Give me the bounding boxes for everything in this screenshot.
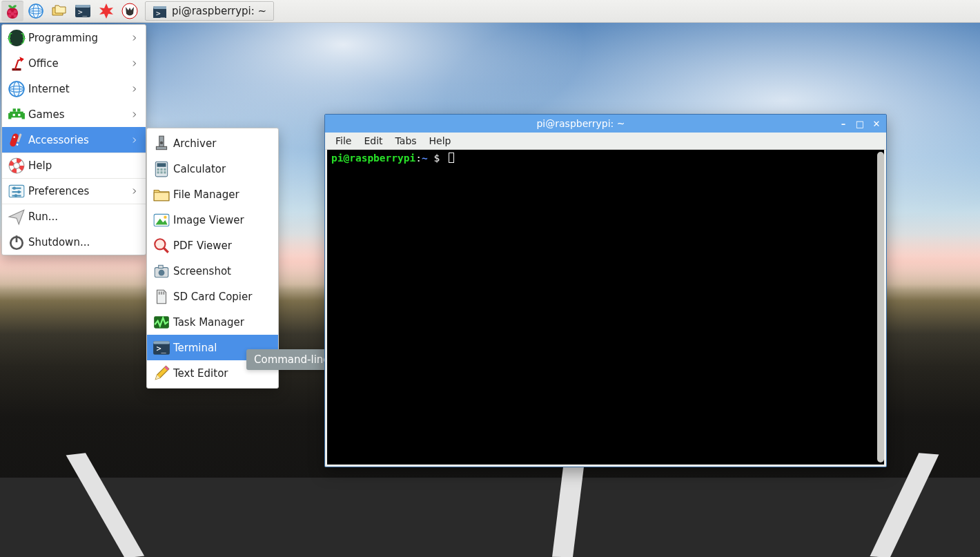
applications-menu[interactable]: ProgrammingOfficeInternetGamesAccessorie… — [1, 24, 146, 255]
menu-item-label: Programming — [28, 32, 98, 44]
launcher-file-manager[interactable] — [48, 1, 70, 21]
swiss-knife-icon — [5, 131, 28, 149]
menu-item-run[interactable]: Run... — [2, 204, 146, 229]
maximize-button[interactable]: □ — [854, 118, 865, 129]
menu-item-help[interactable]: Help — [2, 153, 146, 178]
terminal-menu-file[interactable]: File — [329, 133, 357, 148]
globe-icon — [5, 80, 28, 98]
clamp-icon — [150, 135, 173, 153]
terminal-window[interactable]: pi@raspberrypi: ~ – □ ✕ FileEditTabsHelp… — [324, 114, 887, 467]
taskbar-window-label: pi@raspberrypi: ~ — [172, 5, 266, 17]
chevron-right-icon — [130, 135, 139, 145]
terminal-menu-edit[interactable]: Edit — [357, 133, 389, 148]
menu-item-label: Run... — [28, 211, 58, 223]
start-menu-button[interactable] — [1, 1, 23, 21]
launcher-mathematica[interactable] — [95, 1, 117, 21]
menu-item-games[interactable]: Games — [2, 101, 146, 127]
prompt-end: $ — [428, 153, 446, 164]
submenu-item-image-viewer[interactable]: Image Viewer — [147, 207, 278, 233]
camera-icon — [150, 262, 173, 280]
prompt-user-host: pi@raspberrypi — [331, 153, 415, 164]
chevron-right-icon — [130, 59, 139, 68]
minimize-button[interactable]: – — [838, 118, 849, 129]
chevron-right-icon — [130, 186, 139, 196]
gamepad-icon — [5, 106, 28, 124]
preferences-icon — [5, 182, 28, 200]
submenu-item-sd-card-copier[interactable]: SD Card Copier — [147, 284, 278, 309]
terminal-title: pi@raspberrypi: ~ — [329, 118, 832, 129]
terminal-icon — [150, 339, 173, 357]
chevron-right-icon — [130, 84, 139, 94]
submenu-item-label: Archiver — [173, 137, 216, 150]
submenu-item-archiver[interactable]: Archiver — [147, 130, 278, 156]
paper-plane-icon — [5, 208, 28, 226]
desk-lamp-icon — [5, 55, 28, 72]
menu-item-shutdown[interactable]: Shutdown... — [2, 229, 146, 255]
terminal-titlebar[interactable]: pi@raspberrypi: ~ – □ ✕ — [325, 115, 886, 133]
menu-item-office[interactable]: Office — [2, 50, 146, 76]
chevron-right-icon — [130, 110, 139, 119]
launcher-terminal[interactable] — [72, 1, 94, 21]
lifebuoy-icon — [5, 157, 28, 175]
launcher-web-browser[interactable] — [25, 1, 47, 21]
chevron-right-icon — [130, 33, 139, 43]
launcher-wolfram[interactable] — [119, 1, 141, 21]
image-icon — [150, 211, 173, 229]
menu-item-accessories[interactable]: Accessories — [2, 127, 146, 153]
menu-item-label: Accessories — [28, 134, 89, 146]
prompt-path: ~ — [422, 153, 428, 164]
code-braces-icon — [5, 29, 28, 47]
terminal-body[interactable]: pi@raspberrypi:~ $ — [327, 150, 884, 465]
terminal-menu-help[interactable]: Help — [423, 133, 458, 148]
calculator-icon — [150, 160, 173, 178]
pencil-icon — [150, 364, 173, 382]
terminal-menubar: FileEditTabsHelp — [325, 133, 886, 150]
magnifier-icon — [150, 237, 173, 255]
submenu-item-label: Task Manager — [173, 316, 244, 329]
submenu-item-pdf-viewer[interactable]: PDF Viewer — [147, 233, 278, 258]
submenu-item-label: SD Card Copier — [173, 291, 252, 303]
top-panel: pi@raspberrypi: ~ — [0, 0, 980, 23]
submenu-item-task-manager[interactable]: Task Manager — [147, 309, 278, 335]
prompt-sep: : — [415, 153, 422, 164]
submenu-item-label: Text Editor — [173, 367, 228, 380]
submenu-item-label: File Manager — [173, 188, 239, 201]
submenu-item-file-manager[interactable]: File Manager — [147, 182, 278, 207]
menu-item-label: Preferences — [28, 185, 89, 197]
submenu-item-label: Screenshot — [173, 265, 231, 277]
menu-item-internet[interactable]: Internet — [2, 76, 146, 101]
activity-icon — [150, 313, 173, 331]
folder-icon — [150, 186, 173, 204]
menu-item-label: Shutdown... — [28, 236, 90, 248]
submenu-item-label: Terminal — [173, 342, 217, 354]
menu-item-label: Office — [28, 57, 59, 70]
sd-card-icon — [150, 288, 173, 306]
submenu-item-label: Calculator — [173, 163, 226, 175]
terminal-icon — [153, 4, 166, 18]
taskbar-window-terminal[interactable]: pi@raspberrypi: ~ — [145, 1, 274, 21]
menu-item-label: Internet — [28, 83, 70, 95]
terminal-scrollbar[interactable] — [877, 152, 884, 462]
cursor — [449, 153, 454, 163]
submenu-item-screenshot[interactable]: Screenshot — [147, 258, 278, 284]
menu-item-programming[interactable]: Programming — [2, 25, 146, 50]
terminal-menu-tabs[interactable]: Tabs — [389, 133, 423, 148]
menu-item-preferences[interactable]: Preferences — [2, 178, 146, 204]
submenu-item-label: PDF Viewer — [173, 240, 232, 252]
submenu-item-label: Image Viewer — [173, 214, 244, 226]
menu-item-label: Games — [28, 108, 64, 121]
submenu-item-calculator[interactable]: Calculator — [147, 156, 278, 182]
close-button[interactable]: ✕ — [871, 118, 882, 129]
power-icon — [5, 233, 28, 251]
menu-item-label: Help — [28, 159, 52, 172]
